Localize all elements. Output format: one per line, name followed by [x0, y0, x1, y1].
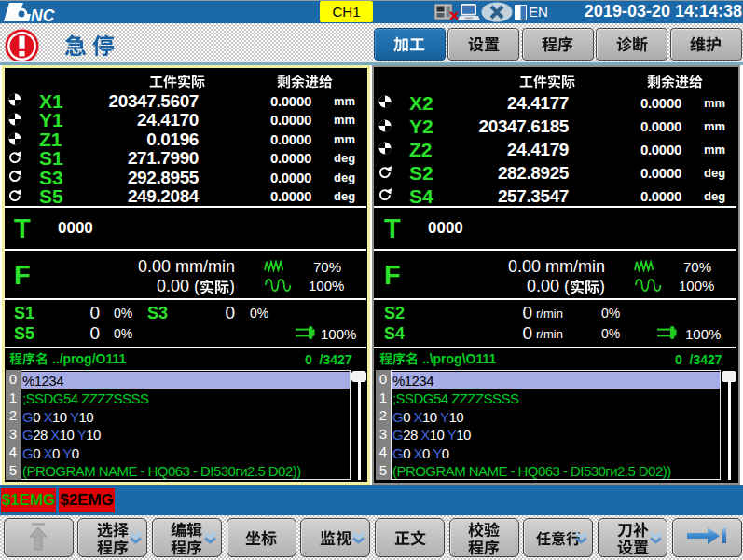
svg-text:NC: NC	[31, 7, 55, 22]
